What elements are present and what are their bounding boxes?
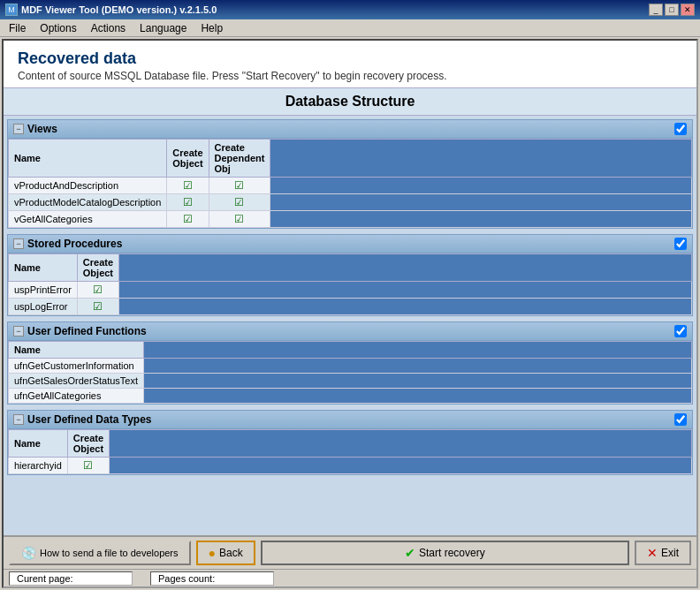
title-buttons: _ □ ✕ bbox=[649, 4, 695, 16]
row-name: vGetAllCategories bbox=[9, 211, 167, 228]
row-name: uspPrintError bbox=[9, 282, 78, 299]
menu-bar: File Options Actions Language Help bbox=[0, 19, 700, 37]
row-dep-obj: ☑ bbox=[209, 178, 270, 194]
section-checkbox-sp[interactable] bbox=[674, 238, 687, 250]
row-extra bbox=[270, 194, 692, 211]
status-bar: Curent page: Pages count: bbox=[4, 569, 696, 586]
collapse-uddt-button[interactable]: − bbox=[13, 414, 24, 425]
menu-help[interactable]: Help bbox=[195, 21, 228, 35]
row-extra bbox=[270, 178, 692, 194]
row-create-obj: ☑ bbox=[77, 299, 118, 315]
section-checkbox-views[interactable] bbox=[674, 123, 687, 135]
exit-button[interactable]: ✕ Exit bbox=[635, 541, 691, 565]
section-views: − Views Name Create Object Create Depend… bbox=[7, 119, 693, 229]
section-stored-procedures: − Stored Procedures Name Create Object u… bbox=[7, 234, 693, 316]
header-subtitle: Content of source MSSQL Database file. P… bbox=[18, 70, 682, 82]
row-extra bbox=[144, 389, 692, 404]
section-header-sp: − Stored Procedures bbox=[8, 235, 692, 253]
how-to-send-label: How to send a file to developers bbox=[40, 548, 179, 558]
table-row: uspLogError ☑ bbox=[9, 299, 692, 315]
udf-table: Name ufnGetCustomerInformation ufnGetSal… bbox=[8, 341, 692, 404]
back-icon: ● bbox=[209, 546, 216, 560]
section-checkbox-udf[interactable] bbox=[674, 325, 687, 337]
disc-icon: 💿 bbox=[21, 546, 36, 560]
minimize-button[interactable]: _ bbox=[649, 4, 663, 16]
row-extra bbox=[119, 282, 692, 299]
table-row: vGetAllCategories ☑ ☑ bbox=[9, 211, 692, 228]
check-icon: ☑ bbox=[183, 196, 193, 208]
uddt-col-extra bbox=[110, 430, 692, 458]
header-title: Recovered data bbox=[18, 49, 682, 68]
section-udf: − User Defined Functions Name ufnGetCust… bbox=[7, 321, 693, 405]
menu-actions[interactable]: Actions bbox=[86, 21, 131, 35]
exit-icon: ✕ bbox=[647, 546, 658, 560]
views-col-dependent: Create Dependent Obj bbox=[209, 140, 270, 178]
row-extra bbox=[144, 359, 692, 374]
collapse-views-button[interactable]: − bbox=[13, 124, 24, 134]
main-window: Recovered data Content of source MSSQL D… bbox=[2, 39, 698, 588]
check-icon: ☑ bbox=[93, 284, 103, 296]
sp-col-extra bbox=[119, 254, 692, 282]
menu-options[interactable]: Options bbox=[34, 21, 81, 35]
uddt-col-create: Create Object bbox=[67, 430, 109, 458]
row-name: uspLogError bbox=[9, 299, 78, 315]
section-title-uddt: User Defined Data Types bbox=[27, 413, 152, 426]
row-name: ufnGetAllCategories bbox=[9, 389, 144, 404]
current-page-label: Curent page: bbox=[17, 573, 73, 584]
views-col-extra bbox=[270, 140, 692, 178]
start-recovery-button[interactable]: ✔ Start recovery bbox=[261, 541, 629, 565]
check-icon: ☑ bbox=[83, 459, 93, 472]
row-name: hierarchyid bbox=[9, 458, 68, 474]
row-create-obj: ☑ bbox=[167, 194, 209, 211]
udf-col-name: Name bbox=[9, 342, 144, 359]
row-create-obj: ☑ bbox=[67, 458, 109, 474]
section-header-udf: − User Defined Functions bbox=[8, 322, 692, 341]
menu-file[interactable]: File bbox=[4, 21, 31, 35]
sp-col-create: Create Object bbox=[77, 254, 118, 282]
status-pages-count: Pages count: bbox=[150, 571, 274, 586]
sp-table: Name Create Object uspPrintError ☑ uspLo… bbox=[8, 253, 692, 315]
section-title-views: Views bbox=[27, 123, 57, 135]
views-table: Name Create Object Create Dependent Obj … bbox=[8, 139, 692, 228]
row-create-obj: ☑ bbox=[167, 211, 209, 228]
section-title-udf: User Defined Functions bbox=[27, 325, 147, 337]
maximize-button[interactable]: □ bbox=[665, 4, 679, 16]
start-recovery-label: Start recovery bbox=[419, 547, 485, 559]
section-uddt: − User Defined Data Types Name Create Ob… bbox=[7, 410, 693, 475]
check-icon: ☑ bbox=[183, 179, 193, 192]
section-header-uddt: − User Defined Data Types bbox=[8, 411, 692, 429]
sp-col-name: Name bbox=[9, 254, 78, 282]
exit-label: Exit bbox=[661, 547, 679, 559]
row-name: vProductModelCatalogDescription bbox=[9, 194, 167, 211]
row-extra bbox=[119, 299, 692, 315]
row-create-obj: ☑ bbox=[77, 282, 118, 299]
row-extra bbox=[270, 211, 692, 228]
section-checkbox-uddt[interactable] bbox=[674, 413, 687, 426]
menu-language[interactable]: Language bbox=[134, 21, 192, 35]
row-name: ufnGetSalesOrderStatusText bbox=[9, 374, 144, 389]
table-row: ufnGetAllCategories bbox=[9, 389, 692, 404]
collapse-udf-button[interactable]: − bbox=[13, 326, 24, 337]
row-dep-obj: ☑ bbox=[209, 211, 270, 228]
how-to-send-button[interactable]: 💿 How to send a file to developers bbox=[9, 541, 191, 565]
status-current-page: Curent page: bbox=[9, 571, 133, 586]
views-col-create: Create Object bbox=[167, 140, 209, 178]
check-icon: ☑ bbox=[234, 179, 244, 192]
pages-count-label: Pages count: bbox=[158, 573, 215, 584]
title-bar: M MDF Viewer Tool (DEMO version.) v.2.1.… bbox=[0, 0, 700, 19]
udf-col-extra bbox=[144, 342, 692, 359]
app-title: MDF Viewer Tool (DEMO version.) v.2.1.5.… bbox=[21, 4, 217, 15]
row-extra bbox=[110, 458, 692, 474]
table-row: uspPrintError ☑ bbox=[9, 282, 692, 299]
row-dep-obj: ☑ bbox=[209, 194, 270, 211]
back-label: Back bbox=[219, 547, 243, 559]
row-name: vProductAndDescription bbox=[9, 178, 167, 194]
content-area[interactable]: − Views Name Create Object Create Depend… bbox=[4, 116, 696, 535]
close-button[interactable]: ✕ bbox=[681, 4, 695, 16]
header-section: Recovered data Content of source MSSQL D… bbox=[4, 41, 696, 87]
check-icon: ☑ bbox=[234, 196, 244, 208]
collapse-sp-button[interactable]: − bbox=[13, 238, 24, 249]
check-icon: ☑ bbox=[234, 213, 244, 225]
section-header-views: − Views bbox=[8, 120, 692, 139]
back-button[interactable]: ● Back bbox=[196, 541, 255, 565]
